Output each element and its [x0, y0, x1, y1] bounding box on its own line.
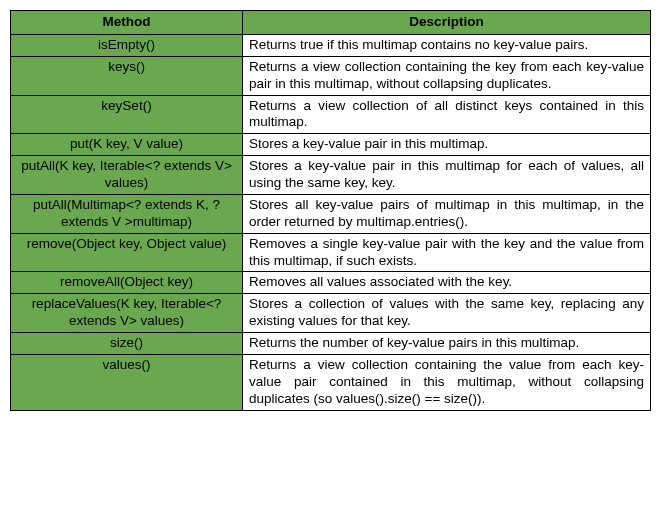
description-cell: Returns true if this multimap contains n…: [243, 34, 651, 56]
table-row: putAll(Multimap<? extends K, ? extends V…: [11, 194, 651, 233]
table-row: replaceValues(K key, Iterable<? extends …: [11, 294, 651, 333]
description-cell: Stores a key-value pair in this multimap…: [243, 156, 651, 195]
table-row: isEmpty()Returns true if this multimap c…: [11, 34, 651, 56]
description-cell: Removes all values associated with the k…: [243, 272, 651, 294]
description-cell: Returns a view collection containing the…: [243, 354, 651, 410]
method-cell: keys(): [11, 56, 243, 95]
method-cell: put(K key, V value): [11, 134, 243, 156]
method-cell: keySet(): [11, 95, 243, 134]
methods-table: Method Description isEmpty()Returns true…: [10, 10, 651, 411]
table-row: putAll(K key, Iterable<? extends V> valu…: [11, 156, 651, 195]
description-cell: Returns a view collection containing the…: [243, 56, 651, 95]
table-row: remove(Object key, Object value)Removes …: [11, 233, 651, 272]
table-header-row: Method Description: [11, 11, 651, 35]
table-row: size()Returns the number of key-value pa…: [11, 333, 651, 355]
method-cell: putAll(K key, Iterable<? extends V> valu…: [11, 156, 243, 195]
table-row: put(K key, V value)Stores a key-value pa…: [11, 134, 651, 156]
description-cell: Removes a single key-value pair with the…: [243, 233, 651, 272]
description-cell: Stores a collection of values with the s…: [243, 294, 651, 333]
description-cell: Returns a view collection of all distinc…: [243, 95, 651, 134]
method-cell: isEmpty(): [11, 34, 243, 56]
header-method: Method: [11, 11, 243, 35]
description-cell: Returns the number of key-value pairs in…: [243, 333, 651, 355]
description-cell: Stores all key-value pairs of multimap i…: [243, 194, 651, 233]
method-cell: removeAll(Object key): [11, 272, 243, 294]
table-row: keySet()Returns a view collection of all…: [11, 95, 651, 134]
table-row: removeAll(Object key)Removes all values …: [11, 272, 651, 294]
description-cell: Stores a key-value pair in this multimap…: [243, 134, 651, 156]
method-cell: remove(Object key, Object value): [11, 233, 243, 272]
method-cell: values(): [11, 354, 243, 410]
table-row: values()Returns a view collection contai…: [11, 354, 651, 410]
method-cell: putAll(Multimap<? extends K, ? extends V…: [11, 194, 243, 233]
method-cell: size(): [11, 333, 243, 355]
method-cell: replaceValues(K key, Iterable<? extends …: [11, 294, 243, 333]
header-description: Description: [243, 11, 651, 35]
table-row: keys()Returns a view collection containi…: [11, 56, 651, 95]
